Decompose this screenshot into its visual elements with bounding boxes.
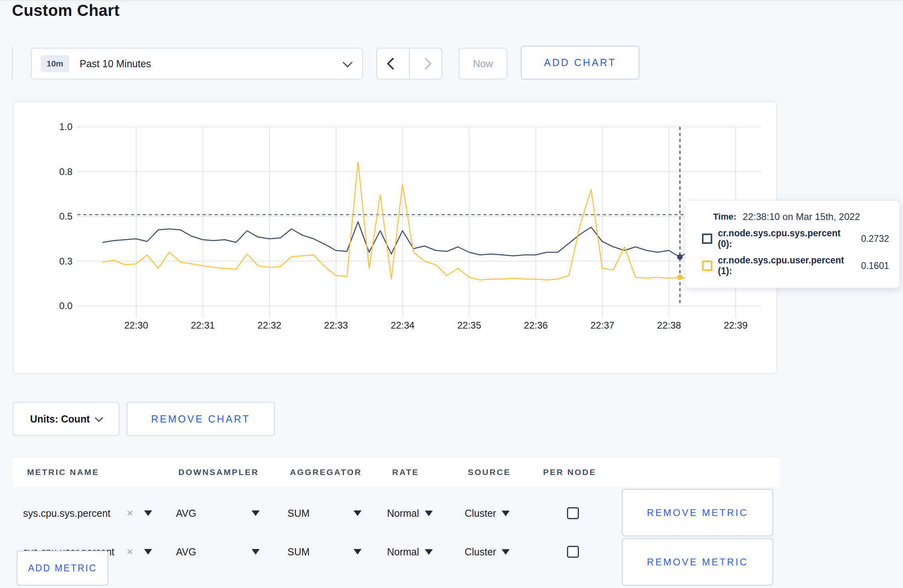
- header-metric-name: METRIC NAME: [27, 467, 99, 477]
- header-downsampler: DOWNSAMPLER: [178, 467, 259, 477]
- aggregator-select[interactable]: SUM: [287, 508, 310, 519]
- downsampler-select[interactable]: AVG: [176, 508, 196, 519]
- tooltip-series-row: cr.node.sys.cpu.user.percent (1): 0.1601: [702, 255, 889, 276]
- add-chart-button[interactable]: ADD CHART: [521, 46, 639, 80]
- metric-name-dropdown[interactable]: [144, 549, 152, 555]
- remove-metric-button[interactable]: REMOVE METRIC: [622, 538, 773, 586]
- tooltip-metric-label: cr.node.sys.cpu.user.percent (1):: [718, 255, 855, 276]
- source-value: Cluster: [465, 508, 496, 519]
- svg-text:22:38: 22:38: [657, 320, 681, 331]
- metric-row: sys.cpu.sys.percent × AVG SUM Normal Clu…: [13, 496, 622, 531]
- checkbox-icon: [567, 546, 579, 558]
- remove-chart-button[interactable]: REMOVE CHART: [127, 402, 275, 436]
- downsampler-dropdown[interactable]: [252, 549, 260, 555]
- header-rate: RATE: [392, 467, 419, 477]
- per-node-checkbox[interactable]: [567, 546, 579, 558]
- downsampler-dropdown[interactable]: [252, 510, 260, 516]
- custom-chart-page: Custom Chart 10m Past 10 Minutes Now ADD…: [0, 0, 903, 588]
- dropdown-arrow-icon: [425, 510, 433, 516]
- rate-select[interactable]: Normal: [387, 508, 433, 519]
- svg-text:22:31: 22:31: [191, 320, 215, 331]
- dropdown-arrow-icon: [354, 549, 362, 555]
- sys-series-swatch-icon: [702, 234, 712, 244]
- now-button[interactable]: Now: [459, 48, 507, 80]
- dropdown-arrow-icon: [144, 510, 152, 516]
- aggregator-dropdown[interactable]: [354, 549, 362, 555]
- svg-text:0.8: 0.8: [59, 166, 72, 177]
- svg-text:22:39: 22:39: [724, 320, 748, 331]
- timeseries-chart[interactable]: 0.00.30.50.81.022:3022:3122:3222:3322:34…: [14, 102, 776, 373]
- rate-value: Normal: [387, 546, 419, 558]
- source-select[interactable]: Cluster: [465, 546, 510, 558]
- metrics-table-header: METRIC NAME DOWNSAMPLER AGGREGATOR RATE …: [13, 458, 780, 487]
- user-series-swatch-icon: [702, 261, 712, 271]
- svg-text:22:37: 22:37: [590, 320, 614, 331]
- tooltip-series-row: cr.node.sys.cpu.sys.percent (0): 0.2732: [702, 228, 889, 249]
- chevron-down-icon: [95, 413, 103, 422]
- svg-text:0.0: 0.0: [59, 300, 72, 311]
- clear-metric-icon[interactable]: ×: [127, 508, 133, 519]
- source-value: Cluster: [465, 546, 496, 558]
- add-metric-button[interactable]: ADD METRIC: [17, 551, 108, 586]
- svg-text:0.3: 0.3: [59, 256, 72, 267]
- svg-text:22:36: 22:36: [524, 320, 548, 331]
- svg-text:22:32: 22:32: [258, 320, 281, 331]
- units-label: Units: Count: [30, 413, 90, 425]
- tooltip-metric-label: cr.node.sys.cpu.sys.percent (0):: [718, 228, 855, 249]
- dropdown-arrow-icon: [354, 510, 362, 516]
- time-range-badge: 10m: [41, 55, 69, 72]
- downsampler-select[interactable]: AVG: [176, 546, 196, 558]
- svg-text:0.5: 0.5: [59, 211, 72, 222]
- chevron-down-icon: [342, 57, 352, 67]
- per-node-checkbox[interactable]: [567, 507, 579, 519]
- metric-name-select[interactable]: sys.cpu.sys.percent: [23, 508, 111, 519]
- svg-text:22:33: 22:33: [324, 320, 348, 331]
- dropdown-arrow-icon: [502, 549, 510, 555]
- aggregator-dropdown[interactable]: [354, 510, 362, 516]
- time-back-button[interactable]: [376, 48, 410, 80]
- tooltip-metric-value: 0.2732: [861, 234, 889, 244]
- svg-text:1.0: 1.0: [59, 121, 72, 132]
- time-range-label: Past 10 Minutes: [80, 58, 151, 70]
- svg-text:22:35: 22:35: [457, 320, 481, 331]
- chart-tooltip: Time: 22:38:10 on Mar 15th, 2022 cr.node…: [685, 201, 900, 288]
- tooltip-time-label: Time:: [713, 212, 736, 222]
- units-select[interactable]: Units: Count: [13, 402, 119, 436]
- dropdown-arrow-icon: [425, 549, 433, 555]
- header-per-node: PER NODE: [543, 467, 596, 477]
- header-source: SOURCE: [468, 467, 511, 477]
- rate-value: Normal: [387, 508, 419, 519]
- time-forward-button[interactable]: [409, 48, 442, 80]
- dropdown-arrow-icon: [252, 510, 260, 516]
- dropdown-arrow-icon: [144, 549, 152, 555]
- dropdown-arrow-icon: [502, 510, 510, 516]
- header-aggregator: AGGREGATOR: [290, 467, 362, 477]
- rate-select[interactable]: Normal: [387, 546, 433, 558]
- chevron-left-icon: [387, 57, 399, 70]
- checkbox-icon: [567, 507, 579, 519]
- aggregator-select[interactable]: SUM: [287, 546, 310, 558]
- source-select[interactable]: Cluster: [465, 508, 510, 519]
- svg-text:22:34: 22:34: [391, 320, 414, 331]
- chart-card[interactable]: 0.00.30.50.81.022:3022:3122:3222:3322:34…: [13, 101, 777, 374]
- tooltip-time-value: 22:38:10 on Mar 15th, 2022: [743, 211, 860, 222]
- svg-text:22:30: 22:30: [124, 320, 148, 331]
- toolbar-divider: [12, 47, 13, 80]
- tooltip-time-row: Time: 22:38:10 on Mar 15th, 2022: [713, 211, 889, 222]
- tooltip-metric-value: 0.1601: [861, 261, 889, 271]
- chevron-right-icon: [419, 57, 432, 70]
- time-range-select[interactable]: 10m Past 10 Minutes: [31, 48, 363, 80]
- metric-name-dropdown[interactable]: [144, 510, 152, 516]
- clear-metric-icon[interactable]: ×: [127, 546, 133, 557]
- remove-metric-button[interactable]: REMOVE METRIC: [622, 489, 773, 536]
- page-title: Custom Chart: [12, 2, 119, 19]
- dropdown-arrow-icon: [252, 549, 260, 555]
